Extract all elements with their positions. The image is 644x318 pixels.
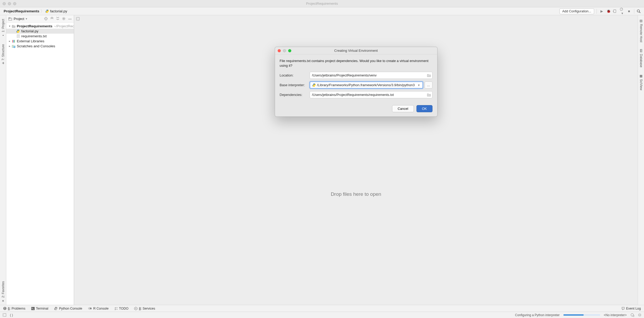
chevron-right-icon: ▸ (9, 44, 10, 48)
services-icon (134, 307, 138, 310)
rail-favorites[interactable]: ★ 2: Favorites (1, 279, 5, 305)
folder-icon[interactable] (427, 93, 431, 96)
editor-area[interactable]: Drop files here to open Creating Virtual… (74, 15, 638, 305)
svg-line-21 (63, 19, 63, 20)
traffic-min-icon[interactable] (8, 2, 11, 5)
svg-line-20 (65, 19, 65, 20)
project-tree[interactable]: ▾ ProjectRequirements ~/ProjectRequireme… (6, 23, 74, 50)
python-icon (16, 29, 20, 33)
right-tool-rail: ▤ Remote Host 🗄 Database ▦ SciView (638, 15, 644, 305)
cancel-button[interactable]: Cancel (392, 105, 414, 112)
text-file-icon (16, 34, 20, 38)
tree-external-libraries[interactable]: ▸ External Libraries (6, 39, 74, 44)
tree-scratches[interactable]: ▸ Scratches and Consoles (6, 44, 74, 49)
python-packages-icon[interactable] (630, 313, 634, 317)
separator (634, 9, 634, 14)
rail-remote-host[interactable]: ▤ Remote Host (639, 17, 643, 44)
rail-project[interactable]: ▪ 1: Project (1, 17, 5, 39)
expand-all-icon[interactable] (50, 17, 54, 21)
tree-file-factorial[interactable]: factorial.py (6, 29, 74, 34)
chevron-down-icon[interactable]: ▾ (26, 17, 27, 20)
todo-tab[interactable]: TODO (114, 307, 129, 310)
services-key: 8 (139, 307, 141, 310)
svg-text:R: R (90, 307, 92, 310)
services-tab[interactable]: 8: Services (134, 307, 155, 310)
background-task-indicator[interactable]: ( ) (10, 313, 13, 317)
dependencies-input[interactable] (310, 91, 432, 98)
tree-root[interactable]: ▾ ProjectRequirements ~/ProjectRequireme… (6, 24, 74, 29)
tree-file-label: requirements.txt (21, 34, 47, 38)
interpreter-label: Base interpreter: (280, 83, 308, 87)
svg-rect-48 (640, 314, 640, 315)
interpreter-combobox[interactable]: /Library/Frameworks/Python.framework/Ver… (310, 81, 423, 89)
python-icon (312, 83, 316, 87)
rail-structure[interactable]: ≑ 7: Structure (1, 42, 5, 66)
interpreter-value: /Library/Frameworks/Python.framework/Ver… (317, 83, 415, 87)
tree-root-path: ~/ProjectRequirements (54, 24, 74, 28)
debug-icon[interactable]: 🐞 (606, 9, 611, 13)
search-icon[interactable] (637, 9, 642, 13)
svg-rect-49 (640, 316, 640, 316)
rail-database[interactable]: 🗄 Database (639, 47, 643, 69)
dialog-titlebar: Creating Virtual Environment (275, 47, 437, 54)
interpreter-row: Base interpreter: /Library/Frameworks/Py… (280, 81, 432, 89)
collapse-all-icon[interactable] (56, 17, 59, 21)
dialog-max-icon[interactable] (288, 49, 291, 52)
locate-icon[interactable] (44, 17, 48, 21)
svg-marker-42 (136, 308, 137, 309)
svg-line-5 (639, 12, 640, 13)
profile-icon[interactable]: ▾ (620, 7, 625, 15)
problems-tab[interactable]: ! 6: Problems (3, 307, 25, 310)
bottom-tool-bar: ! 6: Problems Terminal Python Console R … (0, 305, 644, 312)
event-log-label: Event Log (626, 307, 641, 310)
r-console-tab[interactable]: R R Console (88, 307, 108, 310)
folder-icon[interactable] (427, 74, 431, 77)
location-input[interactable] (310, 72, 432, 79)
tree-file-requirements[interactable]: requirements.txt (6, 34, 74, 39)
location-row: Location: (280, 72, 432, 79)
gear-icon[interactable] (62, 17, 66, 21)
breadcrumb-root[interactable]: ProjectRequirements (4, 9, 39, 13)
dialog-footer: Cancel OK (275, 103, 437, 116)
terminal-tab[interactable]: Terminal (31, 307, 48, 310)
project-panel: Project ▾ — (6, 15, 74, 305)
folder-toggle-icon[interactable] (8, 17, 12, 21)
progress-bar[interactable] (563, 314, 600, 316)
svg-point-9 (46, 18, 46, 19)
rail-sciview[interactable]: ▦ SciView (639, 72, 643, 92)
dialog-title: Creating Virtual Environment (334, 49, 378, 53)
hide-icon[interactable]: — (68, 17, 72, 21)
event-log-tab[interactable]: Event Log (621, 307, 641, 310)
traffic-max-icon[interactable] (13, 2, 16, 5)
rail-sciview-label: SciView (639, 79, 643, 90)
python-icon (54, 307, 58, 310)
status-interpreter[interactable]: <No interpreter> (604, 313, 627, 317)
python-console-tab[interactable]: Python Console (54, 307, 82, 310)
drop-hint: Drop files here to open (331, 191, 381, 197)
project-panel-title[interactable]: Project (14, 17, 24, 21)
ok-button[interactable]: OK (416, 105, 432, 112)
sciview-icon: ▦ (639, 74, 643, 78)
ide-errors-icon[interactable] (638, 313, 641, 317)
titlebar: ProjectRequirements (0, 0, 644, 7)
dialog-close-icon[interactable] (278, 49, 281, 52)
stop-icon[interactable]: ■ (626, 9, 632, 13)
traffic-close-icon[interactable] (3, 2, 6, 5)
problems-icon: ! (3, 307, 7, 310)
run-icon[interactable]: ▶ (599, 9, 604, 13)
svg-rect-27 (12, 40, 13, 43)
file-tab-icon[interactable] (76, 17, 80, 21)
breadcrumb-file[interactable]: factorial.py (45, 9, 67, 13)
svg-line-22 (65, 18, 65, 18)
tool-windows-icon[interactable] (3, 313, 6, 317)
coverage-icon[interactable] (613, 9, 618, 13)
browse-interpreter-button[interactable]: ... (425, 81, 432, 89)
tree-root-label: ProjectRequirements (17, 24, 52, 28)
dependencies-label: Dependencies: (280, 93, 308, 97)
svg-point-1 (47, 12, 48, 12)
chevron-down-icon: ▼ (418, 84, 420, 87)
dependencies-row: Dependencies: (280, 91, 432, 98)
status-task[interactable]: Configuring a Python interpreter (515, 313, 560, 317)
add-configuration-button[interactable]: Add Configuration... (559, 8, 594, 14)
rail-favorites-label: 2: Favorites (1, 281, 5, 298)
